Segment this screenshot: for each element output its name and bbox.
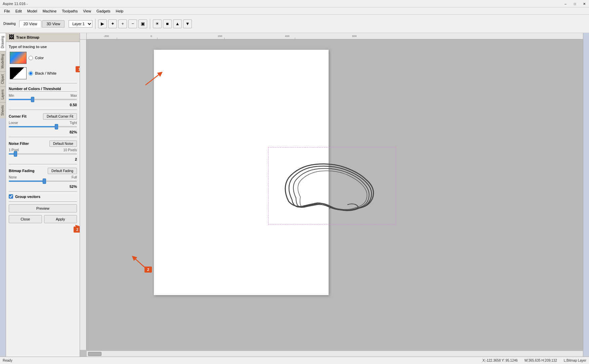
menu-edit[interactable]: Edit bbox=[13, 8, 25, 14]
fading-fill bbox=[9, 180, 44, 182]
toolbar-btn-3[interactable]: + bbox=[118, 19, 127, 28]
minimize-button[interactable]: – bbox=[561, 0, 570, 7]
noise-value: 2 bbox=[9, 157, 77, 161]
corner-fit-slider-container bbox=[9, 126, 77, 127]
separator-1 bbox=[95, 19, 95, 29]
divider-5 bbox=[9, 191, 77, 192]
vtab-drawing[interactable]: Drawing bbox=[0, 33, 6, 51]
corner-fit-minmax: Loose Tight bbox=[9, 121, 77, 125]
threshold-max: Max bbox=[71, 94, 77, 97]
ruler-vertical bbox=[80, 40, 87, 350]
toolbar-btn-9[interactable]: ▼ bbox=[183, 19, 192, 28]
menu-toolpaths[interactable]: Toolpaths bbox=[59, 8, 80, 14]
status-bar: Ready X:-122.3658 Y: 95.1246 W:365.635 H… bbox=[0, 357, 589, 364]
vtab-layers[interactable]: Layers bbox=[0, 86, 6, 102]
bitmap-fading-default-btn[interactable]: Default Fading bbox=[48, 168, 77, 174]
group-vectors-checkbox[interactable] bbox=[9, 194, 13, 199]
group-vectors-row: Group vectors bbox=[9, 194, 77, 199]
menu-gadgets[interactable]: Gadgets bbox=[94, 8, 113, 14]
toolbar-btn-4[interactable]: − bbox=[128, 19, 137, 28]
menu-file[interactable]: File bbox=[1, 8, 13, 14]
corner-fit-fill bbox=[9, 126, 56, 127]
divider-6 bbox=[9, 201, 77, 202]
canvas-area: -200 0 200 400 600 bbox=[80, 33, 583, 357]
noise-slider-container bbox=[9, 153, 77, 155]
drawing-label: Drawing bbox=[1, 21, 18, 26]
view-tabs: 2D View 3D View bbox=[19, 20, 65, 28]
noise-thumb[interactable] bbox=[14, 151, 17, 157]
annotation-arrow-2-canvas: 2 bbox=[127, 252, 154, 276]
menu-model[interactable]: Model bbox=[25, 8, 40, 14]
panel-header: 🖼 Trace Bitmap bbox=[6, 33, 80, 42]
svg-text:-200: -200 bbox=[103, 35, 109, 38]
noise-max: 10 Pixels bbox=[63, 148, 77, 152]
bottom-buttons: Close Apply 2 bbox=[9, 215, 77, 223]
noise-filter-header: Noise Filter Default Noise bbox=[9, 140, 77, 147]
threshold-slider-container bbox=[9, 99, 77, 100]
corner-fit-value: 82% bbox=[9, 130, 77, 134]
svg-rect-13 bbox=[144, 267, 152, 273]
vtab-modelling[interactable]: Modelling bbox=[0, 51, 6, 71]
close-button[interactable]: Close bbox=[9, 215, 42, 223]
layer-select[interactable]: Layer 1 bbox=[69, 20, 92, 28]
threshold-value: 0.50 bbox=[9, 103, 77, 107]
fading-track bbox=[9, 180, 77, 182]
corner-fit-label: Corner Fit bbox=[9, 114, 27, 119]
noise-filter-default-btn[interactable]: Default Noise bbox=[49, 140, 77, 147]
toolbar-btn-2[interactable]: ✦ bbox=[108, 19, 117, 28]
toolbar-btn-6[interactable]: ☀ bbox=[153, 19, 162, 28]
bitmap-fading-section: Bitmap Fading Default Fading None Full 5… bbox=[9, 168, 77, 189]
maximize-button[interactable]: □ bbox=[570, 0, 580, 7]
ruler-horizontal: -200 0 200 400 600 bbox=[87, 33, 583, 40]
tab-3d[interactable]: 3D View bbox=[42, 20, 65, 28]
noise-filter-section: Noise Filter Default Noise 1 Pixel 10 Pi… bbox=[9, 140, 77, 161]
corner-fit-section: Corner Fit Default Corner Fit Loose Tigh… bbox=[9, 113, 77, 134]
apply-button[interactable]: Apply bbox=[44, 215, 77, 223]
close-button[interactable]: ✕ bbox=[580, 0, 589, 7]
radio-bw[interactable] bbox=[29, 71, 33, 76]
color-preview-icon bbox=[10, 52, 27, 64]
svg-text:0: 0 bbox=[151, 35, 152, 38]
bw-preview-icon bbox=[10, 67, 27, 79]
annotation-badge-2: 2 bbox=[74, 227, 80, 233]
threshold-section: Number of Colors / Threshold Min Max 0.5… bbox=[9, 87, 77, 107]
work-canvas[interactable]: 2 bbox=[87, 40, 583, 350]
fading-thumb[interactable] bbox=[43, 178, 46, 184]
option-bw: Black / White 1 bbox=[9, 66, 77, 80]
toolbar-btn-7[interactable]: ■ bbox=[163, 19, 172, 28]
menu-help[interactable]: Help bbox=[113, 8, 126, 14]
svg-text:600: 600 bbox=[352, 35, 357, 38]
toolbar-btn-1[interactable]: ▶ bbox=[98, 19, 107, 28]
trace-bitmap-icon: 🖼 bbox=[9, 34, 14, 40]
hscroll-thumb[interactable] bbox=[88, 352, 101, 356]
circuit-svg bbox=[268, 148, 396, 225]
radio-color[interactable] bbox=[29, 56, 33, 60]
option-color: Color bbox=[9, 51, 77, 65]
divider-2 bbox=[9, 110, 77, 110]
menu-machine[interactable]: Machine bbox=[40, 8, 59, 14]
toolbar-btn-5[interactable]: ▣ bbox=[138, 19, 147, 28]
tracing-section-label: Type of tracing to use bbox=[9, 45, 77, 49]
toolbar-btn-8[interactable]: ▲ bbox=[173, 19, 182, 28]
corner-fit-tight: Tight bbox=[70, 121, 77, 125]
noise-track bbox=[9, 153, 77, 155]
vtab-sheets[interactable]: Sheets bbox=[0, 102, 6, 118]
corner-fit-track bbox=[9, 126, 77, 127]
noise-filter-label: Noise Filter bbox=[9, 141, 29, 146]
bitmap-fading-header: Bitmap Fading Default Fading bbox=[9, 168, 77, 174]
right-vtab-strip bbox=[583, 33, 589, 357]
tab-2d[interactable]: 2D View bbox=[19, 20, 42, 28]
hscrollbar[interactable] bbox=[87, 351, 583, 357]
corner-fit-thumb[interactable] bbox=[55, 124, 58, 129]
svg-text:400: 400 bbox=[285, 35, 290, 38]
preview-button[interactable]: Preview bbox=[9, 204, 77, 212]
separator-2 bbox=[150, 19, 150, 29]
menu-view[interactable]: View bbox=[80, 8, 94, 14]
threshold-thumb[interactable] bbox=[31, 97, 34, 102]
vtab-clipart[interactable]: Clipart bbox=[0, 71, 6, 87]
corner-fit-loose: Loose bbox=[9, 121, 18, 125]
circuit-selection bbox=[268, 147, 396, 225]
fading-value: 52% bbox=[9, 185, 77, 189]
corner-fit-default-btn[interactable]: Default Corner Fit bbox=[43, 113, 77, 120]
threshold-fill bbox=[9, 99, 33, 100]
